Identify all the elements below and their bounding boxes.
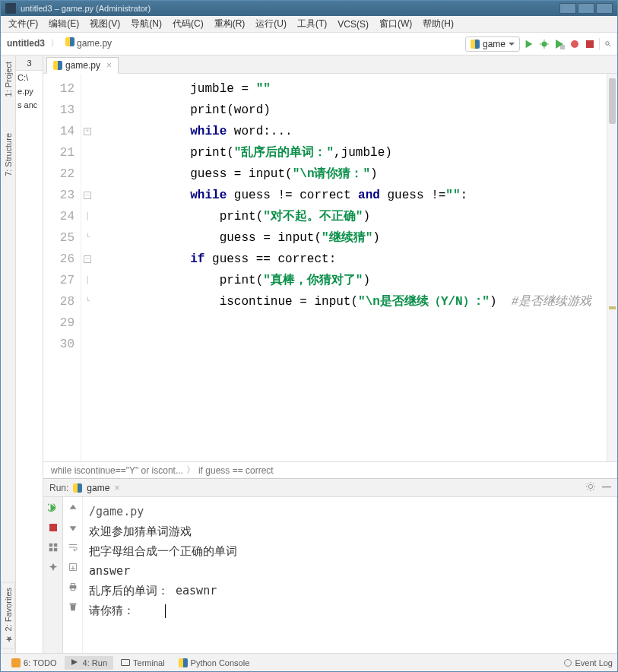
breadcrumb[interactable]: untitled3 〉 game.py [7, 37, 112, 50]
run-tab-name[interactable]: game [87, 483, 109, 493]
menu-run[interactable]: 运行(U) [251, 16, 291, 32]
run-icon [71, 658, 80, 667]
down-stack-icon[interactable] [67, 521, 79, 534]
stop-run-icon[interactable] [47, 521, 59, 534]
minimize-button[interactable] [559, 3, 576, 14]
window-buttons [559, 3, 613, 14]
menu-edit[interactable]: 编辑(E) [44, 16, 84, 32]
fold-expand-icon[interactable]: + [84, 128, 91, 135]
rerun-icon[interactable] [47, 502, 59, 514]
editor-breadcrumb[interactable]: while iscontinue=="Y" or iscont... 〉 if … [43, 461, 617, 478]
menu-view[interactable]: 视图(V) [85, 16, 125, 32]
search-everywhere-button[interactable] [599, 38, 611, 50]
event-log-icon [564, 659, 572, 667]
svg-rect-11 [49, 544, 52, 547]
run-action-column-2 [63, 497, 83, 653]
python-icon [73, 483, 82, 493]
scrollbar-mark [609, 306, 616, 309]
menu-code[interactable]: 代码(C) [168, 16, 208, 32]
breadcrumb-segment[interactable]: if guess == correct [198, 465, 274, 476]
text-cursor [165, 604, 166, 618]
crumb-file[interactable]: game.py [77, 38, 112, 49]
close-window-button[interactable] [596, 3, 613, 14]
tab-todo[interactable]: 6: TODO [5, 656, 63, 670]
python-icon [471, 40, 480, 49]
star-icon: ★ [4, 634, 13, 644]
trash-icon[interactable] [67, 601, 79, 613]
fold-collapse-icon[interactable]: − [84, 192, 91, 199]
tab-terminal[interactable]: Terminal [115, 656, 171, 670]
tab-project[interactable]: 1: Project [2, 59, 14, 100]
fold-collapse-icon[interactable]: − [84, 255, 91, 263]
editor-tab-game[interactable]: game.py × [46, 57, 119, 74]
line-number-gutter[interactable]: 12131421222324252627282930 [43, 74, 81, 461]
editor-tabs: game.py × [43, 55, 617, 74]
menu-tools[interactable]: 工具(T) [293, 16, 331, 32]
svg-rect-7 [560, 45, 565, 49]
svg-rect-19 [69, 604, 76, 605]
layout-icon[interactable] [47, 541, 59, 553]
run-settings-icon[interactable] [585, 481, 596, 494]
editor-scrollbar[interactable] [607, 74, 617, 461]
svg-line-9 [609, 45, 610, 46]
debug-button[interactable] [538, 38, 550, 50]
menu-help[interactable]: 帮助(H) [418, 16, 458, 32]
up-stack-icon[interactable] [67, 502, 79, 514]
tab-run[interactable]: 4: Run [65, 656, 113, 670]
run-body: /game.py欢迎参加猜单词游戏把字母组合成一个正确的单词answer乱序后的… [43, 497, 617, 653]
menubar: 文件(F) 编辑(E) 视图(V) 导航(N) 代码(C) 重构(R) 运行(U… [1, 16, 617, 33]
svg-point-1 [542, 41, 547, 46]
print-icon[interactable] [67, 581, 79, 593]
attach-button[interactable] [569, 38, 581, 50]
window-title: untitled3 – game.py (Administrator) [21, 4, 151, 13]
run-config-name: game [483, 39, 505, 49]
run-with-coverage-button[interactable] [553, 38, 566, 50]
stop-button[interactable] [584, 38, 596, 50]
project-tree-item[interactable]: s anc [16, 98, 43, 112]
tab-favorites[interactable]: ★ 2: Favorites [1, 582, 15, 649]
python-icon [179, 658, 188, 667]
project-tree-item[interactable]: e.py [16, 84, 43, 98]
svg-rect-13 [49, 548, 52, 551]
menu-navigate[interactable]: 导航(N) [126, 16, 166, 32]
project-tree-item[interactable]: C:\ [16, 71, 43, 84]
svg-point-10 [588, 484, 592, 488]
app-icon [5, 3, 16, 14]
fold-column[interactable]: +−│└−│└ [81, 74, 93, 461]
breadcrumb-segment[interactable]: while iscontinue=="Y" or iscont... [51, 465, 183, 476]
scrollbar-thumb[interactable] [609, 78, 616, 124]
menu-vcs[interactable]: VCS(S) [333, 17, 373, 31]
dropdown-caret-icon [509, 43, 515, 46]
pin-icon[interactable] [47, 561, 59, 573]
maximize-button[interactable] [578, 3, 594, 14]
menu-window[interactable]: 窗口(W) [375, 16, 417, 32]
scroll-to-end-icon[interactable] [67, 561, 79, 573]
run-tool-window: Run: game × — [43, 478, 617, 653]
run-label: Run: [49, 483, 68, 493]
python-file-icon [53, 61, 62, 70]
code-editor[interactable]: 12131421222324252627282930 +−│└−│└ jumbl… [43, 74, 617, 461]
close-run-tab-icon[interactable]: × [114, 483, 119, 493]
bottom-tool-tabs: 6: TODO 4: Run Terminal Python Console E… [1, 653, 617, 671]
crumb-project[interactable]: untitled3 [7, 38, 45, 49]
project-tool-window[interactable]: 3 C:\ e.py s anc [16, 55, 43, 653]
svg-rect-17 [71, 584, 74, 586]
console-output[interactable]: /game.py欢迎参加猜单词游戏把字母组合成一个正确的单词answer乱序后的… [83, 497, 617, 653]
code-content[interactable]: jumble = "" print(word) while word:... p… [93, 74, 607, 461]
svg-rect-12 [53, 544, 56, 547]
event-log[interactable]: Event Log [564, 658, 613, 667]
project-pane-header[interactable]: 3 [16, 55, 43, 71]
minimize-tool-window-icon[interactable]: — [602, 481, 611, 494]
main-area: 1: Project 7: Structure 3 C:\ e.py s anc… [1, 55, 617, 653]
menu-refactor[interactable]: 重构(R) [210, 16, 250, 32]
run-config-selector[interactable]: game [465, 36, 520, 52]
close-tab-icon[interactable]: × [106, 60, 112, 71]
soft-wrap-icon[interactable] [67, 541, 79, 553]
svg-marker-20 [71, 659, 78, 665]
menu-file[interactable]: 文件(F) [4, 16, 43, 32]
tab-structure[interactable]: 7: Structure [2, 130, 14, 179]
terminal-icon [121, 659, 130, 666]
todo-icon [11, 658, 21, 667]
tab-python-console[interactable]: Python Console [173, 656, 256, 670]
run-button[interactable] [523, 38, 535, 50]
